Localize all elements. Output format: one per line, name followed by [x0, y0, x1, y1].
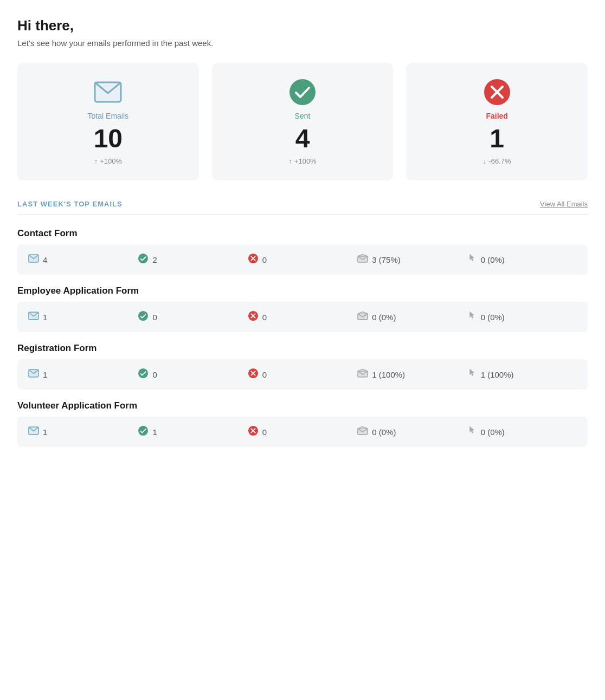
section-divider: [17, 215, 588, 215]
opened-stat-3: 0 (0%): [357, 426, 467, 437]
total-stat-1: 1: [28, 312, 138, 322]
clicked-stat-1: 0 (0%): [467, 310, 577, 323]
envelope-small-icon-2: [28, 369, 39, 380]
check-small-icon-0: [138, 253, 149, 266]
stat-value-failed: 1: [490, 126, 504, 152]
stat-label-failed: Failed: [486, 112, 507, 120]
envelope-icon: [94, 78, 122, 106]
opened-stat-2: 1 (100%): [357, 369, 467, 380]
failed-stat-2: 0: [248, 368, 357, 381]
total-stat-2: 1: [28, 369, 138, 380]
stat-value-total: 10: [94, 126, 123, 152]
section-header: LAST WEEK'S TOP EMAILS View All Emails: [17, 200, 588, 208]
sent-value-2: 0: [152, 370, 157, 379]
clicked-stat-3: 0 (0%): [467, 425, 577, 438]
stat-label-sent: Sent: [295, 112, 311, 120]
svg-point-18: [138, 368, 148, 378]
sent-stat-0: 2: [138, 253, 247, 266]
form-name-2: Registration Form: [17, 343, 588, 354]
stat-value-sent: 4: [295, 126, 310, 152]
check-icon: [288, 78, 317, 106]
opened-value-1: 0 (0%): [372, 313, 396, 322]
check-small-icon-1: [138, 310, 149, 323]
opened-value-3: 0 (0%): [372, 427, 396, 437]
stats-row: Total Emails 10 ↑ +100% Sent 4 ↑ +100%: [17, 63, 588, 180]
envelope-small-icon-0: [28, 254, 39, 265]
clicked-stat-2: 1 (100%): [467, 368, 577, 381]
view-all-emails-link[interactable]: View All Emails: [540, 200, 588, 208]
form-group-2: Registration Form 1 0: [17, 343, 588, 390]
form-group-0: Contact Form 4 2: [17, 228, 588, 275]
failed-stat-1: 0: [248, 310, 357, 323]
arrow-up-icon-sent: ↑: [288, 157, 292, 165]
form-group-1: Employee Application Form 1: [17, 286, 588, 332]
forms-container: Contact Form 4 2: [17, 228, 588, 447]
opened-stat-1: 0 (0%): [357, 312, 467, 322]
total-value-2: 1: [43, 370, 47, 379]
failed-value-1: 0: [262, 313, 267, 322]
check-small-icon-2: [138, 368, 149, 381]
form-name-3: Volunteer Application Form: [17, 400, 588, 411]
clicked-value-2: 1 (100%): [481, 370, 514, 379]
stat-change-total: ↑ +100%: [94, 157, 122, 165]
stat-label-total: Total Emails: [88, 112, 128, 120]
envelope-small-icon-3: [28, 426, 39, 437]
open-envelope-icon-2: [357, 369, 368, 380]
open-envelope-icon-1: [357, 312, 368, 322]
clicked-value-1: 0 (0%): [481, 313, 505, 322]
cursor-icon-3: [467, 425, 477, 438]
sent-value-0: 2: [152, 255, 157, 264]
fail-small-icon-1: [248, 310, 259, 323]
sent-stat-3: 1: [138, 425, 247, 438]
sent-stat-2: 0: [138, 368, 247, 381]
check-small-icon-3: [138, 425, 149, 438]
fail-small-icon-2: [248, 368, 259, 381]
failed-stat-3: 0: [248, 425, 357, 438]
total-value-1: 1: [43, 313, 47, 322]
envelope-small-icon-1: [28, 312, 39, 322]
opened-value-2: 1 (100%): [372, 370, 405, 379]
total-value-0: 4: [43, 255, 47, 264]
stat-card-failed: Failed 1 ↓ -66.7%: [406, 63, 588, 180]
failed-value-3: 0: [262, 427, 267, 437]
total-value-3: 1: [43, 427, 47, 437]
form-stats-row-0: 4 2 0: [17, 244, 588, 275]
cursor-icon-0: [467, 253, 477, 266]
opened-stat-0: 3 (75%): [357, 254, 467, 265]
greeting-subtitle: Let's see how your emails performed in t…: [17, 38, 588, 48]
form-name-1: Employee Application Form: [17, 286, 588, 296]
greeting-title: Hi there,: [17, 17, 588, 34]
stat-card-total: Total Emails 10 ↑ +100%: [17, 63, 199, 180]
stat-change-sent: ↑ +100%: [288, 157, 316, 165]
fail-small-icon-3: [248, 425, 259, 438]
svg-point-1: [289, 79, 316, 105]
form-stats-row-2: 1 0 0: [17, 359, 588, 390]
failed-value-2: 0: [262, 370, 267, 379]
arrow-up-icon: ↑: [94, 157, 98, 165]
form-name-0: Contact Form: [17, 228, 588, 239]
opened-value-0: 3 (75%): [372, 255, 401, 264]
open-envelope-icon-3: [357, 426, 368, 437]
clicked-value-3: 0 (0%): [481, 427, 505, 437]
cursor-icon-1: [467, 310, 477, 323]
sent-value-3: 1: [152, 427, 157, 437]
failed-value-0: 0: [262, 255, 267, 264]
form-stats-row-1: 1 0 0: [17, 302, 588, 332]
fail-small-icon-0: [248, 253, 259, 266]
clicked-stat-0: 0 (0%): [467, 253, 577, 266]
cursor-icon-2: [467, 368, 477, 381]
arrow-down-icon: ↓: [483, 157, 487, 165]
form-stats-row-3: 1 1 0: [17, 417, 588, 447]
svg-point-12: [138, 311, 148, 321]
sent-stat-1: 0: [138, 310, 247, 323]
fail-icon: [483, 78, 511, 106]
clicked-value-0: 0 (0%): [481, 255, 505, 264]
svg-point-6: [138, 254, 148, 263]
stat-change-failed: ↓ -66.7%: [483, 157, 511, 165]
total-stat-3: 1: [28, 426, 138, 437]
failed-stat-0: 0: [248, 253, 357, 266]
open-envelope-icon-0: [357, 254, 368, 265]
sent-value-1: 0: [152, 313, 157, 322]
form-group-3: Volunteer Application Form 1: [17, 400, 588, 447]
total-stat-0: 4: [28, 254, 138, 265]
